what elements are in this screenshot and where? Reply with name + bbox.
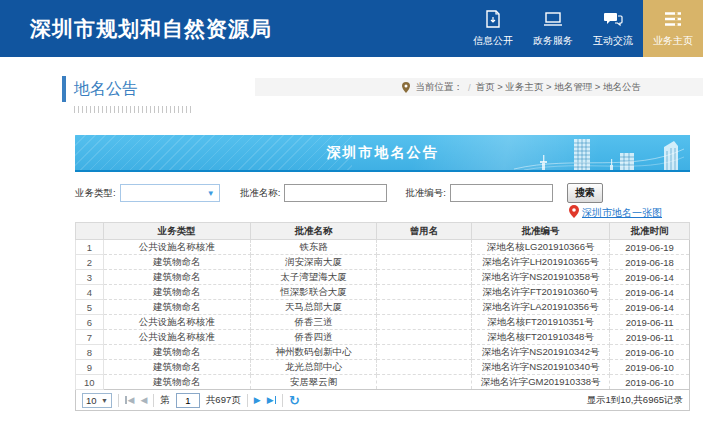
table-row[interactable]: 1 公共设施名称核准 铁东路 深地名核LG201910366号 2019-06-… (76, 240, 690, 255)
nav-label: 业务主页 (653, 34, 693, 48)
first-page-button[interactable]: ◀ (125, 395, 134, 405)
col-former-name[interactable]: 曾用名 (376, 223, 471, 240)
last-page-button[interactable]: ▶ (267, 395, 276, 405)
main-content: 深圳市地名公告 业务类型: ▼ 批准名称: 批准编号: 搜索 深圳市地名一张图 (75, 135, 690, 411)
page-size-select[interactable]: 10 ▼ (82, 393, 112, 408)
nav-item-gov-services[interactable]: 政务服务 (523, 0, 583, 57)
site-header: 深圳市规划和自然资源局 信息公开 政务服务 互动交流 (0, 0, 703, 57)
approved-name-input[interactable] (284, 184, 387, 202)
list-icon (662, 9, 684, 29)
cell-business-type: 公共设施名称核准 (103, 330, 250, 345)
col-business-type[interactable]: 业务类型 (103, 223, 250, 240)
chevron-down-icon: ▼ (207, 189, 215, 198)
business-type-label: 业务类型: (75, 187, 116, 200)
breadcrumb: 当前位置： / 首页 > 业务主页 > 地名管理 > 地名公告 (255, 78, 703, 96)
map-link-row: 深圳市地名一张图 (75, 205, 690, 221)
records-summary: 显示1到10,共6965记录 (586, 394, 683, 407)
cell-rownum: 2 (76, 255, 104, 270)
divider (247, 394, 248, 407)
table-row[interactable]: 9 建筑物命名 龙光总部中心 深地名许字NS201910340号 2019-06… (76, 360, 690, 375)
table-row[interactable]: 5 建筑物命名 天马总部大厦 深地名许字LA201910356号 2019-06… (76, 300, 690, 315)
breadcrumb-prefix: 当前位置： (415, 81, 463, 94)
cell-approved-name: 润安深南大厦 (250, 255, 376, 270)
cell-former-name (376, 285, 471, 300)
chevron-down-icon: ▼ (101, 397, 108, 404)
refresh-icon[interactable]: ↻ (289, 394, 300, 407)
divider (282, 394, 283, 407)
cell-approved-name: 侨香三道 (250, 315, 376, 330)
breadcrumb-path[interactable]: 首页 > 业务主页 > 地名管理 > 地名公告 (476, 81, 641, 94)
map-pin-icon (569, 204, 579, 222)
nav-label: 互动交流 (593, 34, 633, 48)
nav-label: 信息公开 (473, 34, 513, 48)
cell-approved-name: 安居翠云阁 (250, 375, 376, 390)
cell-approval-code: 深地名许字LH201910365号 (472, 255, 610, 270)
nav-item-business-home[interactable]: 业务主页 (643, 0, 703, 57)
cell-rownum: 1 (76, 240, 104, 255)
top-nav: 信息公开 政务服务 互动交流 业务主页 (463, 0, 703, 57)
cell-rownum: 3 (76, 270, 104, 285)
table-row[interactable]: 4 建筑物命名 恒深影联合大厦 深地名许字FT201910360号 2019-0… (76, 285, 690, 300)
col-approval-code[interactable]: 批准编号 (472, 223, 610, 240)
cell-business-type: 建筑物命名 (103, 255, 250, 270)
cell-business-type: 建筑物命名 (103, 300, 250, 315)
section-head: 地名公告 (62, 76, 192, 113)
cell-business-type: 建筑物命名 (103, 375, 250, 390)
nav-label: 政务服务 (533, 34, 573, 48)
cell-approval-date: 2019-06-14 (610, 270, 690, 285)
cell-approval-code: 深地名核FT201910351号 (472, 315, 610, 330)
cell-approved-name: 恒深影联合大厦 (250, 285, 376, 300)
cell-business-type: 公共设施名称核准 (103, 315, 250, 330)
cell-business-type: 建筑物命名 (103, 270, 250, 285)
cell-approval-date: 2019-06-19 (610, 240, 690, 255)
page-prefix-label: 第 (160, 394, 170, 407)
divider (153, 394, 154, 407)
business-type-select[interactable]: ▼ (120, 184, 220, 202)
table-row[interactable]: 8 建筑物命名 神州数码创新中心 深地名许字NS201910342号 2019-… (76, 345, 690, 360)
table-row[interactable]: 2 建筑物命名 润安深南大厦 深地名许字LH201910365号 2019-06… (76, 255, 690, 270)
cell-approval-code: 深地名许字NS201910340号 (472, 360, 610, 375)
title-accent-bar (62, 76, 66, 102)
nav-item-info-disclosure[interactable]: 信息公开 (463, 0, 523, 57)
table-row[interactable]: 3 建筑物命名 太子湾望海大厦 深地名许字NS201910358号 2019-0… (76, 270, 690, 285)
cell-approval-date: 2019-06-14 (610, 300, 690, 315)
site-title: 深圳市规划和自然资源局 (0, 15, 463, 43)
table-row[interactable]: 7 公共设施名称核准 侨香四道 深地名核FT201910348号 2019-06… (76, 330, 690, 345)
table-row[interactable]: 6 公共设施名称核准 侨香三道 深地名核FT201910351号 2019-06… (76, 315, 690, 330)
cell-approved-name: 龙光总部中心 (250, 360, 376, 375)
nav-item-interaction[interactable]: 互动交流 (583, 0, 643, 57)
cell-rownum: 8 (76, 345, 104, 360)
cell-approval-code: 深地名许字LA201910356号 (472, 300, 610, 315)
search-button[interactable]: 搜索 (567, 183, 603, 203)
approved-name-label: 批准名称: (240, 187, 281, 200)
announcement-banner: 深圳市地名公告 (75, 135, 690, 172)
cell-approval-code: 深地名许字NS201910342号 (472, 345, 610, 360)
total-pages-label: 共697页 (206, 394, 241, 407)
approval-code-label: 批准编号: (405, 187, 446, 200)
table-header-row: 业务类型 批准名称 曾用名 批准编号 批准时间 (76, 223, 690, 240)
cell-approved-name: 太子湾望海大厦 (250, 270, 376, 285)
cell-approval-date: 2019-06-10 (610, 345, 690, 360)
cell-rownum: 10 (76, 375, 104, 390)
city-placename-map-link[interactable]: 深圳市地名一张图 (582, 206, 662, 220)
col-approved-name[interactable]: 批准名称 (250, 223, 376, 240)
cell-approved-name: 天马总部大厦 (250, 300, 376, 315)
current-page-input[interactable] (176, 393, 200, 408)
document-icon (482, 9, 504, 29)
section-title: 地名公告 (62, 76, 192, 102)
page-size-value: 10 (86, 395, 97, 406)
cell-rownum: 4 (76, 285, 104, 300)
cell-approved-name: 铁东路 (250, 240, 376, 255)
page: 深圳市规划和自然资源局 信息公开 政务服务 互动交流 (0, 0, 703, 430)
cell-rownum: 9 (76, 360, 104, 375)
next-page-button[interactable]: ▶ (254, 395, 261, 405)
divider (118, 394, 119, 407)
cell-approval-code: 深地名许字GM201910338号 (472, 375, 610, 390)
cell-former-name (376, 345, 471, 360)
cell-former-name (376, 360, 471, 375)
prev-page-button[interactable]: ◀ (140, 395, 147, 405)
cell-approval-date: 2019-06-14 (610, 285, 690, 300)
table-row[interactable]: 10 建筑物命名 安居翠云阁 深地名许字GM201910338号 2019-06… (76, 375, 690, 390)
col-approval-date[interactable]: 批准时间 (610, 223, 690, 240)
approval-code-input[interactable] (450, 184, 553, 202)
